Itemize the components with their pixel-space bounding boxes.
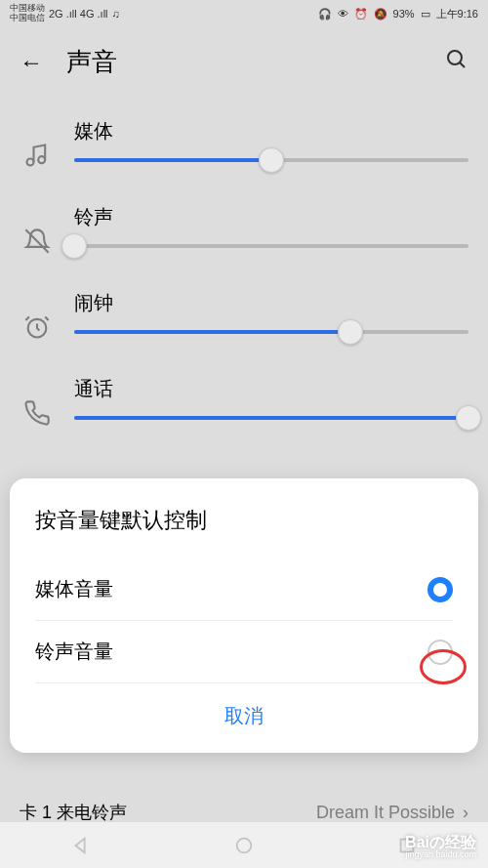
option-label: 媒体音量 <box>35 576 113 602</box>
nav-back-button[interactable] <box>70 835 92 856</box>
volume-key-dialog: 按音量键默认控制 媒体音量 铃声音量 取消 <box>10 478 478 753</box>
option-ringtone-volume[interactable]: 铃声音量 <box>35 621 453 683</box>
radio-unselected[interactable] <box>427 640 453 665</box>
option-label: 铃声音量 <box>35 639 113 665</box>
option-media-volume[interactable]: 媒体音量 <box>35 558 453 621</box>
svg-point-5 <box>237 838 252 852</box>
nav-home-button[interactable] <box>233 835 255 856</box>
watermark: Baiの经验 jingyan.baidu.com <box>405 834 476 860</box>
cancel-button[interactable]: 取消 <box>35 683 453 733</box>
radio-selected[interactable] <box>427 577 453 602</box>
dialog-title: 按音量键默认控制 <box>35 506 453 535</box>
